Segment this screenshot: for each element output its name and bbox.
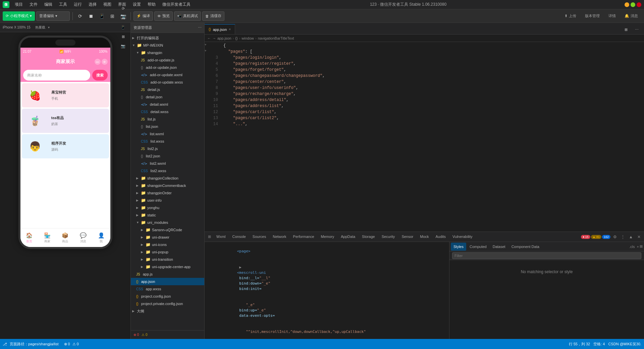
phone-back-btn[interactable]: ⏮ — [118, 13, 128, 23]
menu-project[interactable]: 项目 — [13, 1, 24, 8]
tree-app-js[interactable]: JS app.js — [131, 270, 204, 278]
phone-forward-btn[interactable]: 📱 — [118, 23, 128, 32]
devtools-detach-icon[interactable]: ✕ — [635, 233, 643, 241]
devtools-settings-icon[interactable]: ⚙ — [611, 233, 619, 241]
tree-add-update-json[interactable]: {} add-or-update.json — [131, 64, 204, 71]
devtools-tab-storage[interactable]: Storage — [359, 232, 378, 242]
tree-list2-wxss[interactable]: CSS list2.wxss — [131, 167, 204, 174]
nav-forward-btn[interactable]: → — [212, 36, 216, 40]
menu-run[interactable]: 运行 — [72, 1, 83, 8]
file-panel-menu-icon[interactable]: ⋯ — [198, 26, 202, 30]
devtools-tab-memory[interactable]: Memory — [318, 232, 338, 242]
menu-file[interactable]: 文件 — [28, 1, 39, 8]
phone-tab-home[interactable]: 🏠 首页 — [20, 232, 39, 244]
tree-list2-json[interactable]: {} list2.json — [131, 152, 204, 160]
phone-search-btn[interactable]: 搜索 — [92, 70, 108, 81]
phone-tab-shop[interactable]: 🏪 商家 — [38, 232, 56, 244]
tree-yonghu[interactable]: ▶ 📁 yonghu — [131, 204, 204, 211]
tree-project-config[interactable]: {} project.config.json — [131, 293, 204, 300]
tree-open-editors[interactable]: ▶ 打开的编辑器 — [131, 34, 204, 42]
devtools-tab-performance[interactable]: Performance — [290, 232, 318, 242]
styles-plus-icon[interactable]: + — [637, 245, 639, 249]
close-button[interactable]: × — [637, 2, 641, 7]
tree-detail-wxss[interactable]: CSS detail.wxss — [131, 108, 204, 115]
devtools-tab-appdata[interactable]: AppData — [337, 232, 359, 242]
clear-cache-btn[interactable]: 🗑 清缓存 — [202, 11, 224, 21]
tree-shangpinCollection[interactable]: ▶ 📁 shangpinCollection — [131, 174, 204, 182]
tree-list2-wxml[interactable]: ≺/≻ list2.wxml — [131, 160, 204, 167]
devtools-close-panel-icon[interactable]: ▲ — [627, 233, 635, 241]
layout-btn[interactable]: ⊞ — [108, 11, 117, 21]
menu-edit[interactable]: 编辑 — [43, 1, 54, 8]
upload-btn[interactable]: ⬆ 上传 — [561, 11, 580, 21]
tree-project-private[interactable]: {} project.private.config.json — [131, 300, 204, 307]
dataset-tab-btn[interactable]: Dataset — [490, 243, 508, 251]
tree-list-json[interactable]: {} list.json — [131, 123, 204, 130]
tree-root[interactable]: ▼ 📁 MP-WEIXIN — [131, 42, 204, 49]
filter-input[interactable] — [452, 252, 641, 259]
refresh-btn[interactable]: ⟳ — [75, 11, 85, 21]
devtools-tab-sources[interactable]: Sources — [249, 232, 269, 242]
tree-user-info[interactable]: ▶ 📁 user-info — [131, 197, 204, 204]
menu-select[interactable]: 选择 — [87, 1, 98, 8]
tree-sansnn[interactable]: ▶ 📁 Sansnn-uQRCode — [131, 226, 204, 234]
phone-tab-profile[interactable]: 👤 我 — [92, 232, 110, 244]
tree-list2-js[interactable]: JS list2.js — [131, 145, 204, 152]
details-btn[interactable]: 详情 — [605, 11, 619, 21]
tree-list-wxss[interactable]: CSS list.wxss — [131, 138, 204, 145]
phone-reload-btn[interactable]: ⟳ — [118, 4, 128, 13]
menu-help[interactable]: 帮助 — [146, 1, 157, 8]
devtools-tab-network[interactable]: Network — [269, 232, 289, 242]
compile-btn[interactable]: ⟳ 小程序模式 ▾ — [3, 11, 35, 21]
tree-uni-popup[interactable]: ▶ 📁 uni-popup — [131, 248, 204, 256]
devtools-tab-audits[interactable]: Audits — [432, 232, 449, 242]
fold-icon-1[interactable]: ▼ — [205, 43, 209, 49]
devtools-tab-mock[interactable]: Mock — [417, 232, 432, 242]
phone-tab-goods[interactable]: 📦 商品 — [56, 232, 74, 244]
tree-add-update-wxml[interactable]: ≺/≻ add-or-update.wxml — [131, 71, 204, 79]
menu-tools[interactable]: 工具 — [58, 1, 68, 8]
compile-action-btn[interactable]: ⚡ 编译 — [133, 11, 153, 21]
devtools-toggle-icon[interactable]: ⊞ — [206, 235, 213, 239]
devtools-tab-wxml[interactable]: Wxml — [213, 232, 229, 242]
devtools-tab-vulnerability[interactable]: Vulnerability — [449, 232, 476, 242]
phone-tab-message[interactable]: 💬 消息 — [74, 232, 92, 244]
tree-list-wxml[interactable]: ≺/≻ list.wxml — [131, 130, 204, 138]
tree-shangpinCommentback[interactable]: ▶ 📁 shangpinCommentback — [131, 182, 204, 189]
tree-uni-drawer[interactable]: ▶ 📁 uni-drawer — [131, 234, 204, 241]
real-device-btn[interactable]: 📲 真机调试 — [174, 11, 201, 21]
tree-shangpinOrder[interactable]: ▶ 📁 shangpinOrder — [131, 189, 204, 197]
phone-search-input[interactable]: 商家名称 — [23, 70, 90, 81]
shop-item-3[interactable]: 👦 程序开发 源码 — [22, 134, 109, 158]
tree-uni-upgrade[interactable]: ▶ 📁 uni-upgrade-center-app — [131, 263, 204, 270]
menu-settings[interactable]: 设置 — [131, 1, 142, 8]
fold-icon-2[interactable]: ▼ — [205, 49, 209, 55]
notifications-btn[interactable]: 🔔 消息 — [621, 11, 641, 21]
tab-close-btn[interactable]: × — [229, 28, 231, 31]
editor-tab-app-json[interactable]: {} app.json × — [205, 24, 235, 34]
menu-wechat[interactable]: 微信开发者工具 — [161, 1, 192, 8]
tree-list-js[interactable]: JS list.js — [131, 115, 204, 123]
devtools-tab-security[interactable]: Security — [378, 232, 398, 242]
tree-uni-transition[interactable]: ▶ 📁 uni-transition — [131, 256, 204, 263]
tree-uni-modules[interactable]: ▼ 📁 uni_modules — [131, 219, 204, 226]
menu-view[interactable]: 视图 — [102, 1, 113, 8]
tree-outline[interactable]: ▶ 大纲 — [131, 307, 204, 315]
tree-detail-js[interactable]: JS detail.js — [131, 86, 204, 93]
shop-item-1[interactable]: 🍓 果宝特宫 手机 — [22, 83, 109, 107]
shop-item-2[interactable]: 🧋 tea有品 奶茶 — [22, 109, 109, 133]
tree-add-update-js[interactable]: JS add-or-update.js — [131, 56, 204, 64]
minimize-button[interactable]: − — [625, 2, 629, 7]
devtools-tab-console[interactable]: Console — [229, 232, 249, 242]
tree-uni-icons[interactable]: ▶ 📁 uni-icons — [131, 241, 204, 248]
tree-app-json[interactable]: {} app.json — [131, 278, 204, 285]
devtools-tab-sensor[interactable]: Sensor — [398, 232, 417, 242]
tree-shangpin[interactable]: ▼ 📁 shangpin — [131, 49, 204, 56]
tree-static[interactable]: ▶ 📁 static — [131, 211, 204, 219]
tree-detail-json[interactable]: {} detail.json — [131, 93, 204, 101]
tree-app-wxss[interactable]: CSS app.wxss — [131, 285, 204, 293]
tree-add-update-wxss[interactable]: CSS add-or-update.wxss — [131, 79, 204, 86]
compile-select[interactable]: 普通编辑 ▾ — [36, 11, 70, 21]
preview-btn[interactable]: 👁 预览 — [154, 11, 173, 21]
computed-tab-btn[interactable]: Computed — [467, 243, 489, 251]
